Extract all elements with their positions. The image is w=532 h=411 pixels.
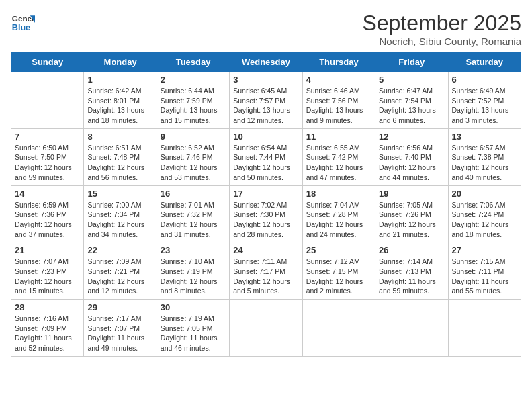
day-number: 9 (161, 132, 226, 142)
day-number: 4 (306, 75, 371, 85)
day-info: Sunrise: 7:04 AM Sunset: 7:28 PM Dayligh… (306, 200, 371, 240)
day-number: 8 (87, 132, 152, 142)
calendar-cell: 13Sunrise: 6:57 AM Sunset: 7:38 PM Dayli… (448, 128, 521, 185)
day-number: 12 (379, 132, 444, 142)
day-number: 26 (379, 245, 444, 255)
day-info: Sunrise: 7:11 AM Sunset: 7:17 PM Dayligh… (233, 257, 298, 296)
day-header-monday: Monday (84, 53, 157, 72)
day-number: 14 (15, 189, 80, 199)
calendar-cell: 22Sunrise: 7:09 AM Sunset: 7:21 PM Dayli… (84, 242, 157, 300)
day-number: 20 (452, 189, 517, 199)
calendar-cell: 3Sunrise: 6:45 AM Sunset: 7:57 PM Daylig… (230, 72, 302, 129)
days-header-row: SundayMondayTuesdayWednesdayThursdayFrid… (11, 53, 521, 72)
day-number: 2 (161, 75, 226, 85)
day-info: Sunrise: 6:49 AM Sunset: 7:52 PM Dayligh… (452, 86, 517, 126)
day-info: Sunrise: 6:52 AM Sunset: 7:46 PM Dayligh… (161, 143, 226, 183)
calendar-cell: 2Sunrise: 6:44 AM Sunset: 7:59 PM Daylig… (157, 72, 229, 129)
day-header-friday: Friday (375, 53, 448, 72)
day-number: 30 (161, 302, 226, 312)
day-number: 29 (87, 302, 152, 312)
calendar-table: SundayMondayTuesdayWednesdayThursdayFrid… (11, 52, 521, 357)
day-info: Sunrise: 7:09 AM Sunset: 7:21 PM Dayligh… (87, 257, 152, 296)
location-subtitle: Nocrich, Sibiu County, Romania (362, 36, 521, 47)
calendar-cell: 9Sunrise: 6:52 AM Sunset: 7:46 PM Daylig… (157, 128, 229, 185)
day-info: Sunrise: 6:56 AM Sunset: 7:40 PM Dayligh… (379, 143, 444, 183)
day-info: Sunrise: 7:02 AM Sunset: 7:30 PM Dayligh… (233, 200, 298, 240)
title-area: September 2025 Nocrich, Sibiu County, Ro… (362, 11, 521, 47)
day-header-saturday: Saturday (448, 53, 521, 72)
day-info: Sunrise: 7:00 AM Sunset: 7:34 PM Dayligh… (87, 200, 152, 240)
day-number: 25 (306, 245, 371, 255)
week-row-2: 7Sunrise: 6:50 AM Sunset: 7:50 PM Daylig… (11, 128, 521, 185)
calendar-cell: 8Sunrise: 6:51 AM Sunset: 7:48 PM Daylig… (84, 128, 157, 185)
month-title: September 2025 (362, 11, 521, 36)
calendar-cell: 11Sunrise: 6:55 AM Sunset: 7:42 PM Dayli… (302, 128, 375, 185)
day-header-sunday: Sunday (11, 53, 84, 72)
logo-icon: General Blue (11, 11, 35, 35)
calendar-cell (11, 72, 84, 129)
calendar-cell: 21Sunrise: 7:07 AM Sunset: 7:23 PM Dayli… (11, 242, 84, 300)
calendar-cell: 28Sunrise: 7:16 AM Sunset: 7:09 PM Dayli… (11, 300, 84, 357)
day-header-thursday: Thursday (302, 53, 375, 72)
calendar-cell: 16Sunrise: 7:01 AM Sunset: 7:32 PM Dayli… (157, 185, 229, 242)
svg-text:General: General (12, 14, 35, 23)
svg-text:Blue: Blue (12, 23, 30, 32)
day-number: 19 (379, 189, 444, 199)
week-row-5: 28Sunrise: 7:16 AM Sunset: 7:09 PM Dayli… (11, 300, 521, 357)
day-info: Sunrise: 6:46 AM Sunset: 7:56 PM Dayligh… (306, 86, 371, 126)
day-info: Sunrise: 7:16 AM Sunset: 7:09 PM Dayligh… (15, 314, 80, 353)
calendar-cell: 5Sunrise: 6:47 AM Sunset: 7:54 PM Daylig… (375, 72, 448, 129)
calendar-cell (375, 300, 448, 357)
calendar-cell: 19Sunrise: 7:05 AM Sunset: 7:26 PM Dayli… (375, 185, 448, 242)
calendar-cell: 6Sunrise: 6:49 AM Sunset: 7:52 PM Daylig… (448, 72, 521, 129)
day-number: 24 (233, 245, 298, 255)
calendar-cell: 24Sunrise: 7:11 AM Sunset: 7:17 PM Dayli… (230, 242, 302, 300)
calendar-cell (230, 300, 302, 357)
day-number: 10 (233, 132, 298, 142)
day-info: Sunrise: 6:42 AM Sunset: 8:01 PM Dayligh… (87, 86, 152, 126)
day-info: Sunrise: 7:15 AM Sunset: 7:11 PM Dayligh… (452, 257, 517, 296)
week-row-4: 21Sunrise: 7:07 AM Sunset: 7:23 PM Dayli… (11, 242, 521, 300)
day-info: Sunrise: 7:10 AM Sunset: 7:19 PM Dayligh… (161, 257, 226, 296)
day-info: Sunrise: 7:17 AM Sunset: 7:07 PM Dayligh… (87, 314, 152, 353)
day-number: 28 (15, 302, 80, 312)
day-info: Sunrise: 6:47 AM Sunset: 7:54 PM Dayligh… (379, 86, 444, 126)
calendar-cell: 12Sunrise: 6:56 AM Sunset: 7:40 PM Dayli… (375, 128, 448, 185)
calendar-cell: 14Sunrise: 6:59 AM Sunset: 7:36 PM Dayli… (11, 185, 84, 242)
week-row-1: 1Sunrise: 6:42 AM Sunset: 8:01 PM Daylig… (11, 72, 521, 129)
day-info: Sunrise: 7:07 AM Sunset: 7:23 PM Dayligh… (15, 257, 80, 296)
calendar-cell: 25Sunrise: 7:12 AM Sunset: 7:15 PM Dayli… (302, 242, 375, 300)
day-number: 23 (161, 245, 226, 255)
calendar-cell: 23Sunrise: 7:10 AM Sunset: 7:19 PM Dayli… (157, 242, 229, 300)
day-info: Sunrise: 6:50 AM Sunset: 7:50 PM Dayligh… (15, 143, 80, 183)
calendar-cell: 10Sunrise: 6:54 AM Sunset: 7:44 PM Dayli… (230, 128, 302, 185)
day-number: 22 (87, 245, 152, 255)
logo: General Blue (11, 11, 35, 35)
day-info: Sunrise: 7:19 AM Sunset: 7:05 PM Dayligh… (161, 314, 226, 353)
day-number: 27 (452, 245, 517, 255)
day-number: 3 (233, 75, 298, 85)
calendar-cell: 27Sunrise: 7:15 AM Sunset: 7:11 PM Dayli… (448, 242, 521, 300)
day-info: Sunrise: 7:01 AM Sunset: 7:32 PM Dayligh… (161, 200, 226, 240)
day-info: Sunrise: 7:14 AM Sunset: 7:13 PM Dayligh… (379, 257, 444, 296)
calendar-cell: 30Sunrise: 7:19 AM Sunset: 7:05 PM Dayli… (157, 300, 229, 357)
day-info: Sunrise: 7:12 AM Sunset: 7:15 PM Dayligh… (306, 257, 371, 296)
day-info: Sunrise: 6:45 AM Sunset: 7:57 PM Dayligh… (233, 86, 298, 126)
day-info: Sunrise: 7:05 AM Sunset: 7:26 PM Dayligh… (379, 200, 444, 240)
day-info: Sunrise: 6:59 AM Sunset: 7:36 PM Dayligh… (15, 200, 80, 240)
day-info: Sunrise: 6:57 AM Sunset: 7:38 PM Dayligh… (452, 143, 517, 183)
day-header-wednesday: Wednesday (230, 53, 302, 72)
day-info: Sunrise: 6:54 AM Sunset: 7:44 PM Dayligh… (233, 143, 298, 183)
week-row-3: 14Sunrise: 6:59 AM Sunset: 7:36 PM Dayli… (11, 185, 521, 242)
day-number: 15 (87, 189, 152, 199)
calendar-cell: 1Sunrise: 6:42 AM Sunset: 8:01 PM Daylig… (84, 72, 157, 129)
calendar-cell (302, 300, 375, 357)
day-number: 17 (233, 189, 298, 199)
day-number: 1 (87, 75, 152, 85)
calendar-cell (448, 300, 521, 357)
day-number: 18 (306, 189, 371, 199)
day-info: Sunrise: 7:06 AM Sunset: 7:24 PM Dayligh… (452, 200, 517, 240)
calendar-cell: 26Sunrise: 7:14 AM Sunset: 7:13 PM Dayli… (375, 242, 448, 300)
calendar-cell: 18Sunrise: 7:04 AM Sunset: 7:28 PM Dayli… (302, 185, 375, 242)
calendar-cell: 4Sunrise: 6:46 AM Sunset: 7:56 PM Daylig… (302, 72, 375, 129)
